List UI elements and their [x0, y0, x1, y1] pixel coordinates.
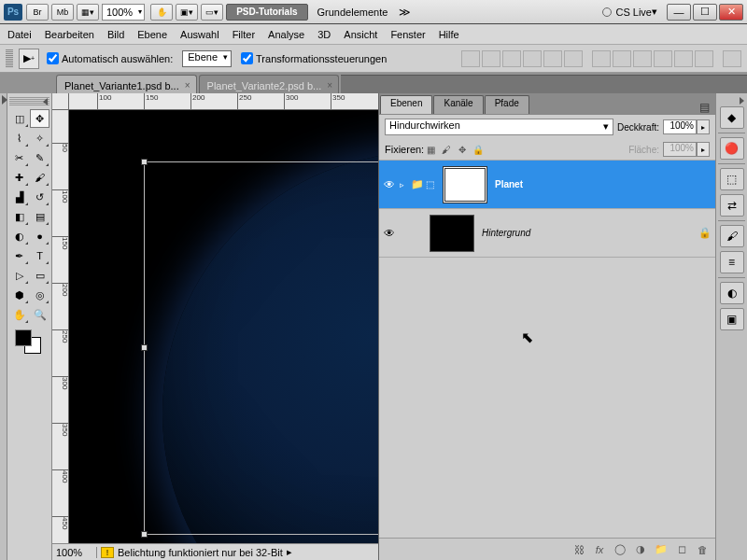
distribute-2-icon[interactable]	[613, 50, 631, 67]
layer-row[interactable]: 👁 ▹ 📁 ⬚ Planet	[379, 161, 715, 209]
menu-analyse[interactable]: Analyse	[268, 29, 304, 40]
transform-bounds[interactable]	[144, 161, 378, 535]
bridge-button[interactable]: Br	[26, 4, 49, 21]
lock-pixels-icon[interactable]: ▦	[424, 143, 437, 156]
transform-controls-checkbox[interactable]: Transformationssteuerungen	[241, 52, 387, 64]
align-hcenter-icon[interactable]	[543, 50, 562, 67]
menu-bearbeiten[interactable]: Bearbeiten	[45, 29, 94, 40]
layer-name[interactable]: Hintergrund	[478, 228, 698, 238]
gradient-tool[interactable]: ▤	[30, 207, 49, 226]
blur-tool[interactable]: ◐	[9, 227, 29, 245]
left-collapse-strip[interactable]	[0, 93, 7, 560]
distribute-3-icon[interactable]	[633, 50, 652, 67]
workspace-more-icon[interactable]: ≫	[399, 6, 411, 19]
tab-ebenen[interactable]: Ebenen	[380, 95, 432, 114]
zoom-select[interactable]: 100%	[102, 4, 145, 21]
mask-link-icon[interactable]: ⬚	[426, 179, 439, 189]
maximize-button[interactable]: ☐	[693, 4, 717, 21]
eyedropper-tool[interactable]: ✎	[30, 148, 49, 167]
menu-hilfe[interactable]: Hilfe	[439, 29, 459, 40]
marquee-tool[interactable]: ◫	[9, 109, 29, 128]
status-more-icon[interactable]: ▸	[287, 546, 292, 558]
workspace-label[interactable]: Grundelemente	[317, 7, 388, 18]
panel-menu-icon[interactable]: ▤	[699, 101, 710, 114]
lock-all-icon[interactable]: 🔒	[472, 143, 485, 156]
link-layers-icon[interactable]: ⛓	[570, 542, 588, 557]
layers-dock-icon[interactable]: ◆	[720, 106, 744, 129]
horizontal-ruler[interactable]: 100150 200250 300350	[69, 93, 378, 110]
group-icon[interactable]: 📁	[652, 542, 670, 557]
canvas[interactable]	[69, 110, 378, 543]
close-tab-icon[interactable]: ×	[327, 80, 332, 91]
align-vcenter-icon[interactable]	[482, 50, 500, 67]
status-zoom[interactable]: 100%	[56, 547, 97, 558]
expand-group-icon[interactable]: ▹	[400, 180, 411, 189]
transform-handle-l[interactable]	[141, 344, 148, 351]
menu-ebene[interactable]: Ebene	[137, 29, 167, 40]
close-button[interactable]: ✕	[719, 4, 743, 21]
distribute-1-icon[interactable]	[592, 50, 611, 67]
adjustments-dock-icon[interactable]: ◐	[720, 282, 744, 304]
brush-tool[interactable]: 🖌	[30, 168, 49, 187]
menu-ansicht[interactable]: Ansicht	[344, 29, 377, 40]
hand-button[interactable]: ✋	[150, 4, 173, 21]
foreground-swatch[interactable]	[15, 329, 32, 346]
distribute-4-icon[interactable]	[654, 50, 672, 67]
layer-mask-icon[interactable]: ◯	[611, 542, 629, 557]
color-dock-icon[interactable]: 🔴	[720, 137, 744, 160]
tab-pfade[interactable]: Pfade	[485, 95, 529, 114]
menu-3d[interactable]: 3D	[317, 29, 331, 40]
menu-datei[interactable]: Datei	[7, 29, 32, 40]
3d-tool[interactable]: ⬢	[9, 286, 29, 304]
wand-tool[interactable]: ✧	[30, 129, 49, 147]
color-swatches[interactable]	[9, 329, 49, 357]
pen-tool[interactable]: ✒	[9, 246, 29, 265]
zoom-tool[interactable]: 🔍	[30, 305, 49, 324]
type-tool[interactable]: T	[30, 246, 49, 265]
path-select-tool[interactable]: ▷	[9, 266, 29, 285]
masks-dock-icon[interactable]: ▣	[720, 308, 744, 330]
vertical-ruler[interactable]: 50100 150200 250300 350400 450	[52, 110, 69, 560]
dodge-tool[interactable]: ●	[30, 227, 49, 245]
opacity-input[interactable]: 100%	[663, 119, 697, 134]
auto-select-checkbox[interactable]: Automatisch auswählen:	[47, 52, 173, 64]
document-tab[interactable]: Planet_Variante2.psd b...×	[199, 75, 340, 93]
move-tool[interactable]: ✥	[30, 109, 49, 128]
new-layer-icon[interactable]: ◻	[672, 542, 691, 557]
dock-collapse[interactable]	[716, 97, 747, 106]
close-tab-icon[interactable]: ×	[185, 80, 190, 91]
menu-filter[interactable]: Filter	[233, 29, 255, 40]
layer-row[interactable]: 👁 Hintergrund 🔒	[379, 209, 715, 258]
lock-brush-icon[interactable]: 🖌	[440, 143, 453, 156]
distribute-5-icon[interactable]	[674, 50, 693, 67]
swatches-dock-icon[interactable]: ⬚	[720, 168, 744, 190]
delete-layer-icon[interactable]: 🗑	[693, 542, 712, 557]
stamp-tool[interactable]: ▟	[9, 188, 29, 206]
view-extras-button[interactable]: ▦▾	[77, 4, 99, 21]
align-left-icon[interactable]	[523, 50, 542, 67]
tab-kanaele[interactable]: Kanäle	[433, 95, 483, 114]
arrange-button[interactable]: ▣▾	[176, 4, 198, 21]
minibridge-button[interactable]: Mb	[51, 4, 74, 21]
paragraph-dock-icon[interactable]: ≡	[720, 251, 744, 273]
eraser-tool[interactable]: ◧	[9, 207, 29, 226]
crop-tool[interactable]: ✂	[9, 148, 29, 167]
grip-icon[interactable]	[6, 49, 13, 68]
auto-align-icon[interactable]	[723, 50, 741, 67]
character-dock-icon[interactable]: ⇄	[720, 194, 744, 217]
3d-camera-tool[interactable]: ◎	[30, 286, 49, 304]
menu-fenster[interactable]: Fenster	[390, 29, 425, 40]
transform-handle-bl[interactable]	[141, 531, 148, 538]
adjustment-layer-icon[interactable]: ◑	[631, 542, 650, 557]
visibility-icon[interactable]: 👁	[379, 227, 400, 240]
cslive-button[interactable]: CS Live ▾	[602, 6, 657, 18]
active-tool-icon[interactable]: ▶+	[19, 49, 39, 69]
menu-auswahl[interactable]: Auswahl	[180, 29, 219, 40]
visibility-icon[interactable]: 👁	[379, 178, 400, 191]
align-top-icon[interactable]	[461, 50, 480, 67]
layer-mask-thumb[interactable]	[443, 166, 487, 203]
layer-thumb[interactable]	[430, 215, 474, 252]
distribute-6-icon[interactable]	[695, 50, 713, 67]
lasso-tool[interactable]: ⌇	[9, 129, 29, 147]
history-brush-tool[interactable]: ↺	[30, 188, 49, 206]
